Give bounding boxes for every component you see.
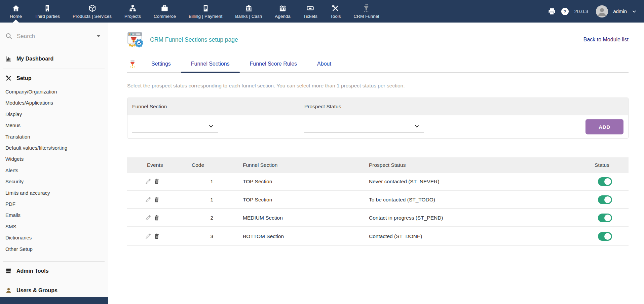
status-toggle[interactable] — [598, 214, 612, 222]
nav-label: Billing | Payment — [189, 14, 222, 19]
setup-menu-list: Company/Organization Modules/Application… — [0, 86, 108, 255]
sidebar-item-widgets[interactable]: Widgets — [0, 153, 108, 164]
avatar[interactable] — [596, 5, 608, 17]
sidebar-divider — [3, 281, 105, 281]
bar-chart-icon — [5, 55, 12, 62]
nav-projects[interactable]: Projects — [118, 0, 147, 23]
status-toggle[interactable] — [598, 177, 612, 186]
sidebar-section-users-groups[interactable]: Users & Groups — [0, 287, 108, 294]
chevron-down-icon[interactable] — [632, 9, 637, 14]
edit-icon[interactable] — [145, 179, 151, 184]
chevron-down-icon — [415, 123, 419, 129]
funnel-section-column-label: Funnel Section — [127, 104, 300, 110]
prospect-status-column-label: Prospect Status — [300, 104, 628, 110]
sidebar-item-pdf[interactable]: PDF — [0, 198, 108, 210]
sidebar-item-display[interactable]: Display — [0, 109, 108, 120]
sidebar-section-label: Admin Tools — [16, 268, 49, 274]
nav-label: Tickets — [303, 14, 317, 19]
edit-icon[interactable] — [145, 215, 151, 221]
tools-icon — [5, 75, 12, 81]
sidebar-item-dictionaries[interactable]: Dictionaries — [0, 232, 108, 243]
sidebar-item-my-dashboard[interactable]: My Dashboard — [0, 55, 108, 62]
tab-settings[interactable]: Settings — [141, 57, 181, 72]
nav-products-services[interactable]: Products | Services — [66, 0, 118, 23]
search-box[interactable] — [5, 33, 101, 44]
funnel-section-cell: MEDIUM Section — [216, 215, 369, 221]
funnel-section-select[interactable] — [132, 121, 218, 132]
help-icon[interactable]: ? — [561, 7, 569, 15]
briefcase-icon — [161, 3, 168, 12]
tab-funnel-score-rules[interactable]: Funnel Score Rules — [240, 57, 307, 72]
main-menu: Home Third parties Products | Services P… — [0, 0, 385, 23]
delete-icon[interactable] — [154, 215, 159, 221]
prospect-status-header: Prospect Status — [369, 162, 577, 168]
left-sidebar: My Dashboard Setup Company/Organization … — [0, 23, 108, 304]
sidebar-item-translation[interactable]: Translation — [0, 131, 108, 142]
sidebar-item-limits-accuracy[interactable]: Limits and accuracy — [0, 187, 108, 198]
prospect-status-cell: To be contacted (ST_TODO) — [369, 197, 577, 203]
nav-label: Banks | Cash — [235, 14, 262, 19]
prospect-status-cell: Contact in progress (ST_PEND) — [369, 215, 577, 221]
table-row: 2 MEDIUM Section Contact in progress (ST… — [127, 209, 629, 227]
toggle-knob — [604, 233, 611, 240]
tab-about[interactable]: About — [307, 57, 341, 72]
sidebar-item-company-organization[interactable]: Company/Organization — [0, 86, 108, 97]
delete-icon[interactable] — [154, 197, 159, 202]
search-dropdown-caret-icon[interactable] — [97, 35, 101, 37]
code-cell: 1 — [178, 179, 216, 185]
edit-icon[interactable] — [145, 197, 151, 202]
building-icon — [43, 3, 51, 12]
search-input[interactable] — [17, 33, 92, 40]
invoice-icon — [202, 3, 210, 12]
nav-third-parties[interactable]: Third parties — [28, 0, 66, 23]
nav-tools[interactable]: Tools — [324, 0, 347, 23]
sidebar-footer-bar — [0, 297, 108, 304]
delete-icon[interactable] — [154, 233, 159, 239]
server-icon — [5, 268, 12, 274]
print-icon[interactable] — [548, 7, 556, 15]
funnel-section-header: Funnel Section — [216, 162, 369, 168]
sidebar-section-label: Setup — [16, 75, 31, 81]
events-header: Events — [127, 162, 178, 168]
code-header: Code — [178, 162, 216, 168]
status-header: Status — [577, 162, 629, 168]
sidebar-item-menus[interactable]: Menus — [0, 120, 108, 131]
sidebar-item-default-values[interactable]: Default values/filters/sorting — [0, 142, 108, 153]
status-toggle[interactable] — [598, 195, 612, 204]
nav-billing-payment[interactable]: Billing | Payment — [182, 0, 229, 23]
sidebar-item-alerts[interactable]: Alerts — [0, 165, 108, 176]
nav-label: Commerce — [154, 14, 176, 19]
add-button[interactable]: ADD — [585, 119, 623, 135]
sidebar-item-sms[interactable]: SMS — [0, 221, 108, 232]
delete-icon[interactable] — [154, 179, 159, 184]
funnel-section-cell: BOTTOM Section — [216, 233, 369, 239]
nav-label: Home — [10, 14, 22, 19]
table-row: 1 TOP Section To be contacted (ST_TODO) — [127, 191, 629, 209]
form-input-row: ADD — [127, 115, 628, 138]
sidebar-item-security[interactable]: Security — [0, 176, 108, 187]
nav-commerce[interactable]: Commerce — [147, 0, 182, 23]
user-menu[interactable]: admin — [613, 8, 627, 14]
back-to-module-list-link[interactable]: Back to Module list — [583, 37, 629, 43]
sidebar-divider — [3, 69, 105, 69]
sidebar-section-setup[interactable]: Setup — [0, 75, 108, 81]
toggle-knob — [604, 196, 611, 203]
nav-banks-cash[interactable]: Banks | Cash — [229, 0, 268, 23]
tabs-bar: Settings Funnel Sections Funnel Score Ru… — [127, 57, 629, 73]
sidebar-item-modules-applications[interactable]: Modules/Applications — [0, 97, 108, 108]
status-toggle[interactable] — [598, 232, 612, 241]
nav-agenda[interactable]: Agenda — [268, 0, 297, 23]
sidebar-item-other-setup[interactable]: Other Setup — [0, 243, 108, 255]
nav-home[interactable]: Home — [3, 0, 28, 23]
tab-funnel-sections[interactable]: Funnel Sections — [181, 57, 240, 72]
nav-tickets[interactable]: Tickets — [297, 0, 324, 23]
sidebar-section-admin-tools[interactable]: Admin Tools — [0, 268, 108, 274]
edit-icon[interactable] — [145, 233, 151, 239]
funnel-section-cell: TOP Section — [216, 197, 369, 203]
funnel-section-cell: TOP Section — [216, 179, 369, 185]
sidebar-item-emails[interactable]: Emails — [0, 210, 108, 221]
add-funnel-section-form: Funnel Section Prospect Status — [127, 98, 629, 139]
nav-crm-funnel[interactable]: CRM Funnel — [347, 0, 386, 23]
prospect-status-select[interactable] — [304, 121, 424, 132]
nav-label: Products | Services — [73, 14, 112, 19]
